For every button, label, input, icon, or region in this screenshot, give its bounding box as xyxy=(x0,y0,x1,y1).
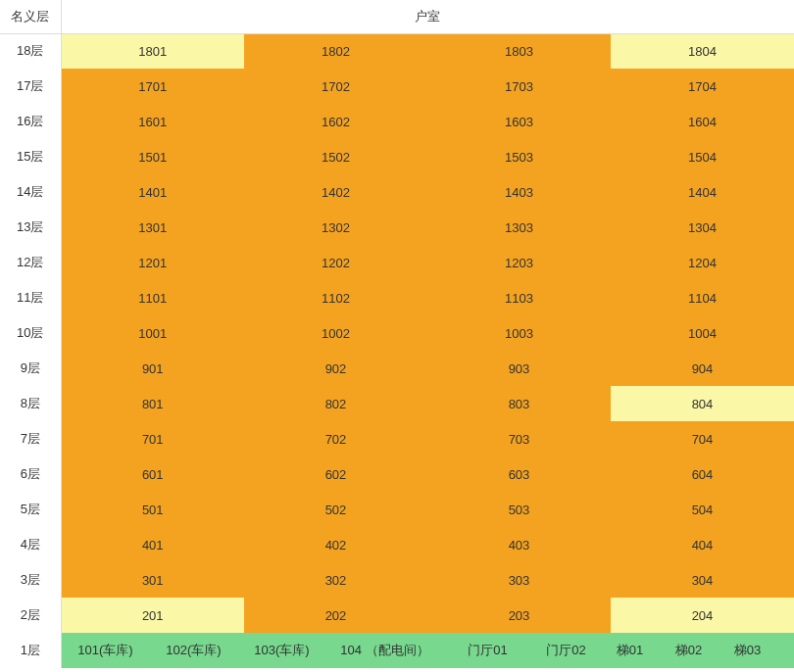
room-cell[interactable]: 201 xyxy=(61,598,244,633)
room-cell[interactable]: 1103 xyxy=(427,280,611,315)
room-cell[interactable]: 1104 xyxy=(611,280,794,315)
room-cell[interactable]: 501 xyxy=(61,492,244,527)
ground-floor-cell: 101(车库)102(车库)103(车库)104 （配电间）门厅01门厅02梯0… xyxy=(61,633,794,668)
table-row: 18层1801180218031804 xyxy=(0,33,794,69)
table-row: 4层401402403404 xyxy=(0,527,794,562)
room-cell[interactable]: 1504 xyxy=(611,139,794,174)
ground-item[interactable]: 102(车库) xyxy=(150,642,238,659)
room-cell[interactable]: 1302 xyxy=(244,210,427,245)
room-cell[interactable]: 1803 xyxy=(427,33,611,69)
floor-label: 15层 xyxy=(0,139,61,174)
room-cell[interactable]: 701 xyxy=(61,421,244,456)
room-cell[interactable]: 202 xyxy=(244,598,427,633)
floor-label: 9层 xyxy=(0,351,61,386)
table-row: 11层1101110211031104 xyxy=(0,280,794,315)
floor-label: 6层 xyxy=(0,456,61,492)
room-cell[interactable]: 204 xyxy=(611,598,794,633)
room-cell[interactable]: 503 xyxy=(427,492,611,527)
room-cell[interactable]: 1703 xyxy=(427,69,611,104)
floor-label: 18层 xyxy=(0,33,61,69)
room-cell[interactable]: 1404 xyxy=(611,174,794,210)
table-row: 5层501502503504 xyxy=(0,492,794,527)
room-cell[interactable]: 1604 xyxy=(611,104,794,139)
room-cell[interactable]: 1702 xyxy=(244,69,427,104)
room-cell[interactable]: 903 xyxy=(427,351,611,386)
room-cell[interactable]: 704 xyxy=(611,421,794,456)
ground-item[interactable]: 梯03 xyxy=(719,642,777,659)
room-cell[interactable]: 902 xyxy=(244,351,427,386)
room-cell[interactable]: 904 xyxy=(611,351,794,386)
room-cell[interactable]: 303 xyxy=(427,562,611,598)
ground-item[interactable]: 梯01 xyxy=(601,642,660,659)
room-cell[interactable]: 1003 xyxy=(427,315,611,351)
room-cell[interactable]: 1501 xyxy=(61,139,244,174)
room-cell[interactable]: 1603 xyxy=(427,104,611,139)
room-cell[interactable]: 1101 xyxy=(61,280,244,315)
room-cell[interactable]: 401 xyxy=(61,527,244,562)
room-cell[interactable]: 1301 xyxy=(61,210,244,245)
table-row: 10层1001100210031004 xyxy=(0,315,794,351)
room-cell[interactable]: 1304 xyxy=(611,210,794,245)
room-cell[interactable]: 1802 xyxy=(244,33,427,69)
table-row: 8层801802803804 xyxy=(0,386,794,421)
room-cell[interactable]: 403 xyxy=(427,527,611,562)
room-cell[interactable]: 1002 xyxy=(244,315,427,351)
room-cell[interactable]: 901 xyxy=(61,351,244,386)
room-cell[interactable]: 803 xyxy=(427,386,611,421)
floor-label: 14层 xyxy=(0,174,61,210)
room-cell[interactable]: 1602 xyxy=(244,104,427,139)
floor-label: 7层 xyxy=(0,421,61,456)
room-cell[interactable]: 802 xyxy=(244,386,427,421)
floor-label: 3层 xyxy=(0,562,61,598)
room-cell[interactable]: 602 xyxy=(244,456,427,492)
table-row: 9层901902903904 xyxy=(0,351,794,386)
room-cell[interactable]: 1401 xyxy=(61,174,244,210)
room-cell[interactable]: 1303 xyxy=(427,210,611,245)
room-cell[interactable]: 404 xyxy=(611,527,794,562)
table-row: 2层201202203204 xyxy=(0,598,794,633)
room-cell[interactable]: 1801 xyxy=(61,33,244,69)
table-row: 16层1601160216031604 xyxy=(0,104,794,139)
header-label-col: 名义层 xyxy=(0,0,61,33)
room-cell[interactable]: 301 xyxy=(61,562,244,598)
ground-item[interactable]: 104 （配电间） xyxy=(326,642,444,659)
room-cell[interactable]: 1004 xyxy=(611,315,794,351)
ground-item[interactable]: 门厅01 xyxy=(444,642,532,659)
room-cell[interactable]: 1204 xyxy=(611,245,794,280)
room-cell[interactable]: 1402 xyxy=(244,174,427,210)
floor-label: 12层 xyxy=(0,245,61,280)
room-cell[interactable]: 1001 xyxy=(61,315,244,351)
room-cell[interactable]: 1601 xyxy=(61,104,244,139)
room-cell[interactable]: 801 xyxy=(61,386,244,421)
room-cell[interactable]: 203 xyxy=(427,598,611,633)
ground-item[interactable]: 101(车库) xyxy=(62,642,150,659)
room-cell[interactable]: 304 xyxy=(611,562,794,598)
room-cell[interactable]: 502 xyxy=(244,492,427,527)
room-cell[interactable]: 703 xyxy=(427,421,611,456)
room-cell[interactable]: 1701 xyxy=(61,69,244,104)
room-cell[interactable]: 603 xyxy=(427,456,611,492)
room-cell[interactable]: 1503 xyxy=(427,139,611,174)
room-cell[interactable]: 1704 xyxy=(611,69,794,104)
ground-item[interactable]: 103(车库) xyxy=(238,642,326,659)
room-cell[interactable]: 504 xyxy=(611,492,794,527)
room-cell[interactable]: 1403 xyxy=(427,174,611,210)
room-cell[interactable]: 1804 xyxy=(611,33,794,69)
room-cell[interactable]: 302 xyxy=(244,562,427,598)
room-cell[interactable]: 1202 xyxy=(244,245,427,280)
room-cell[interactable]: 1201 xyxy=(61,245,244,280)
room-cell[interactable]: 601 xyxy=(61,456,244,492)
ground-item[interactable]: 梯02 xyxy=(660,642,719,659)
room-cell[interactable]: 402 xyxy=(244,527,427,562)
room-cell[interactable]: 1102 xyxy=(244,280,427,315)
table-row: 1层101(车库)102(车库)103(车库)104 （配电间）门厅01门厅02… xyxy=(0,633,794,668)
room-cell[interactable]: 1502 xyxy=(244,139,427,174)
room-cell[interactable]: 702 xyxy=(244,421,427,456)
room-cell[interactable]: 1203 xyxy=(427,245,611,280)
ground-item[interactable]: 门厅02 xyxy=(532,642,601,659)
table-row: 13层1301130213031304 xyxy=(0,210,794,245)
room-cell[interactable]: 604 xyxy=(611,456,794,492)
floor-label: 5层 xyxy=(0,492,61,527)
room-cell[interactable]: 804 xyxy=(611,386,794,421)
floor-label: 8层 xyxy=(0,386,61,421)
